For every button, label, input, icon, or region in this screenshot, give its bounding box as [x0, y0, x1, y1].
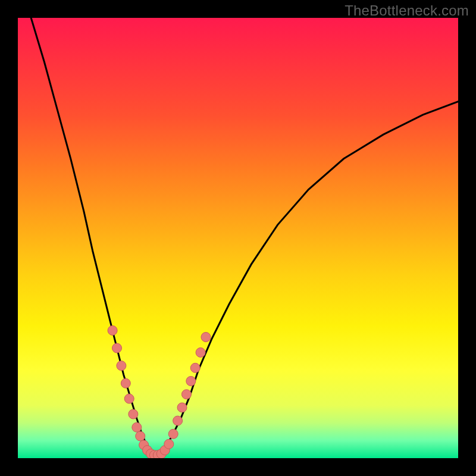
marker-group — [108, 325, 211, 458]
data-marker — [164, 439, 174, 449]
curve-right-segment — [154, 102, 458, 456]
data-marker — [129, 409, 138, 419]
data-marker — [124, 394, 134, 403]
data-marker — [173, 416, 183, 425]
data-marker — [196, 347, 205, 357]
data-marker — [168, 429, 178, 439]
data-marker — [112, 343, 122, 353]
data-marker — [190, 363, 200, 372]
data-marker — [108, 325, 117, 335]
data-marker — [136, 431, 145, 441]
data-marker — [132, 422, 142, 432]
data-marker — [201, 333, 211, 342]
data-marker — [177, 403, 187, 412]
curve-left-segment — [31, 18, 154, 456]
data-marker — [117, 361, 126, 371]
data-marker — [121, 378, 130, 388]
data-marker — [181, 390, 191, 399]
chart-frame: TheBottleneck.com — [0, 0, 476, 476]
data-marker — [186, 377, 196, 386]
chart-svg — [18, 18, 458, 458]
watermark-text: TheBottleneck.com — [345, 2, 469, 19]
plot-area — [18, 18, 458, 458]
